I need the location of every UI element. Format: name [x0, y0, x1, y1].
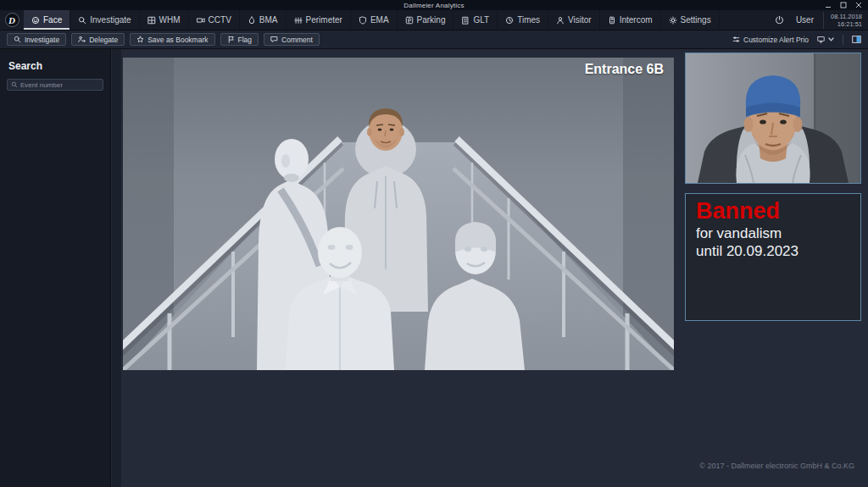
- button-label: Save as Bookmark: [147, 36, 208, 44]
- copyright-text: © 2017 - Dallmeier electronic GmbH & Co.…: [699, 462, 854, 470]
- menu-right-cluster: User 08.11.2018 16:21:51: [769, 10, 868, 30]
- minimize-button[interactable]: [825, 2, 832, 8]
- dallmeier-logo: D: [0, 10, 24, 30]
- tab-perimeter[interactable]: Perimeter: [287, 10, 351, 30]
- datetime-display: 08.11.2018 16:21:51: [823, 12, 868, 29]
- parking-icon: [405, 16, 414, 25]
- tab-label: Face: [43, 15, 62, 25]
- maximize-button[interactable]: [840, 2, 847, 8]
- display-select-button[interactable]: [817, 36, 834, 43]
- tab-cctv[interactable]: CCTV: [189, 10, 240, 30]
- tab-ema[interactable]: EMA: [351, 10, 398, 30]
- app-window: Dallmeier Analytics D Face Investigate W…: [0, 0, 868, 487]
- flag-button[interactable]: Flag: [220, 33, 259, 46]
- camera-scene-image: [123, 58, 674, 370]
- search-box: [7, 79, 103, 91]
- customize-alert-prio-button[interactable]: Customize Alert Prio: [732, 36, 809, 44]
- sliders-icon: [732, 36, 740, 43]
- grid-icon: [147, 16, 156, 25]
- camera-label: Entrance 6B: [585, 62, 664, 77]
- tab-label: EMA: [370, 15, 389, 25]
- comment-button[interactable]: Comment: [264, 33, 320, 46]
- minimize-icon: [825, 2, 832, 8]
- tab-intercom[interactable]: Intercom: [600, 10, 661, 30]
- save-as-bookmark-button[interactable]: Save as Bookmark: [130, 33, 214, 46]
- status-badge: Banned: [696, 197, 850, 224]
- search-sidebar: Search: [0, 49, 111, 487]
- time-text: 16:21:51: [831, 20, 862, 28]
- tab-investigate[interactable]: Investigate: [70, 10, 139, 30]
- power-button[interactable]: [769, 15, 790, 25]
- tab-whm[interactable]: WHM: [140, 10, 189, 30]
- tab-visitor[interactable]: Visitor: [548, 10, 600, 30]
- split-panel-icon: [852, 35, 861, 44]
- tab-label: Intercom: [620, 15, 653, 25]
- button-label: Investigate: [25, 36, 59, 44]
- sidebar-splitter[interactable]: [112, 49, 121, 487]
- camera-icon: [197, 16, 205, 25]
- investigate-button[interactable]: Investigate: [7, 33, 66, 46]
- toolbar-right-cluster: Customize Alert Prio: [732, 35, 861, 45]
- button-label: Delegate: [89, 36, 118, 44]
- fence-icon: [294, 16, 303, 25]
- tab-glt[interactable]: GLT: [453, 10, 498, 30]
- tab-label: CCTV: [209, 15, 231, 25]
- user-label: User: [796, 15, 814, 25]
- flame-icon: [248, 16, 256, 25]
- customize-label: Customize Alert Prio: [743, 36, 809, 44]
- search-icon: [11, 81, 18, 88]
- chevron-down-icon: [828, 37, 834, 42]
- tab-label: Perimeter: [306, 15, 342, 25]
- shield-icon: [359, 16, 367, 25]
- tab-settings[interactable]: Settings: [661, 10, 720, 30]
- tab-parking[interactable]: Parking: [398, 10, 454, 30]
- delegate-icon: [78, 36, 86, 43]
- sidebar-title: Search: [8, 60, 102, 72]
- camera-view[interactable]: Entrance 6B: [123, 58, 674, 370]
- tab-label: Visitor: [568, 15, 592, 25]
- window-title: Dallmeier Analytics: [403, 2, 464, 9]
- face-icon: [31, 16, 40, 25]
- main-menu: D Face Investigate WHM CCTV BMA Perimete…: [0, 10, 868, 30]
- close-button[interactable]: [855, 2, 862, 8]
- star-icon: [136, 36, 144, 43]
- magnifier-icon: [14, 36, 21, 43]
- date-text: 08.11.2018: [831, 13, 862, 20]
- magnifier-icon: [78, 16, 86, 25]
- alert-panel: Banned for vandalism until 20.09.2023: [685, 193, 861, 321]
- delegate-button[interactable]: Delegate: [71, 33, 125, 46]
- monitor-icon: [817, 36, 825, 43]
- tab-label: Investigate: [90, 15, 131, 25]
- event-number-input[interactable]: [20, 81, 99, 89]
- recognized-face-panel[interactable]: [685, 53, 861, 184]
- close-icon: [855, 2, 862, 8]
- gear-icon: [669, 16, 677, 25]
- alert-reason: for vandalism: [696, 224, 850, 242]
- tab-face[interactable]: Face: [24, 10, 70, 30]
- button-label: Comment: [281, 36, 313, 44]
- toolbar: Investigate Delegate Save as Bookmark Fl…: [0, 30, 868, 49]
- power-icon: [775, 15, 784, 25]
- tab-label: BMA: [259, 15, 278, 25]
- tab-bma[interactable]: BMA: [240, 10, 287, 30]
- tab-label: GLT: [473, 15, 489, 25]
- maximize-icon: [840, 2, 847, 8]
- clock-icon: [505, 16, 514, 25]
- tab-times[interactable]: Times: [498, 10, 548, 30]
- tab-label: Times: [517, 15, 540, 25]
- panel-layout-toggle[interactable]: [852, 35, 861, 44]
- intercom-icon: [608, 16, 616, 25]
- tab-label: Settings: [681, 15, 711, 25]
- person-icon: [556, 16, 565, 25]
- button-label: Flag: [238, 36, 253, 44]
- flag-icon: [227, 36, 235, 43]
- window-controls: [825, 0, 862, 10]
- building-icon: [461, 16, 470, 25]
- user-menu[interactable]: User: [790, 15, 820, 25]
- dallmeier-logo-icon: D: [5, 13, 19, 27]
- comment-icon: [270, 36, 278, 43]
- tab-label: WHM: [159, 15, 181, 25]
- recognized-face-image: [686, 53, 860, 183]
- alert-until: until 20.09.2023: [696, 242, 850, 260]
- toolbar-divider: [843, 35, 843, 45]
